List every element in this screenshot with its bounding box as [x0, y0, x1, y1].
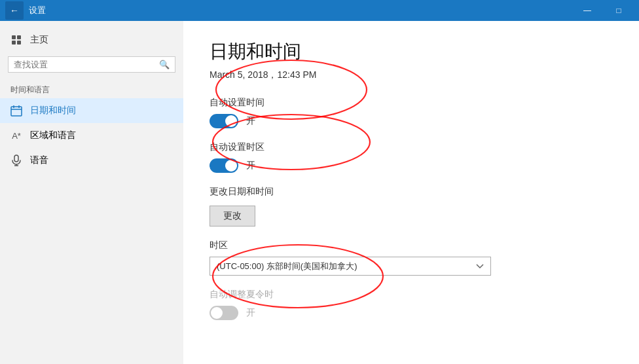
auto-time-label: 自动设置时间: [210, 97, 613, 109]
sidebar-item-region-label: 区域和语言: [30, 130, 76, 141]
main-layout: 主页 🔍 时间和语言 日期和时间 A* 区域和语言: [0, 21, 639, 364]
auto-time-toggle-knob: [225, 115, 237, 127]
auto-dst-toggle[interactable]: [210, 306, 238, 320]
datetime-icon: [10, 105, 22, 117]
change-datetime-label: 更改日期和时间: [210, 186, 613, 198]
window-controls: — □: [572, 0, 634, 21]
sidebar-item-speech[interactable]: 语音: [0, 148, 183, 173]
auto-time-group: 自动设置时间 开: [210, 97, 613, 128]
sidebar-item-speech-label: 语音: [30, 155, 48, 166]
auto-time-toggle[interactable]: [210, 114, 238, 128]
page-title: 日期和时间: [210, 39, 613, 64]
titlebar: ← 设置 — □: [0, 0, 639, 21]
auto-time-state: 开: [246, 115, 255, 127]
svg-rect-4: [11, 107, 22, 116]
sidebar-home[interactable]: 主页: [0, 27, 183, 52]
auto-dst-state: 开: [246, 307, 255, 319]
auto-timezone-state: 开: [246, 160, 255, 172]
content-area: 日期和时间 March 5, 2018，12:43 PM 自动设置时间 开 自动…: [183, 21, 639, 364]
auto-time-toggle-row: 开: [210, 114, 613, 128]
svg-rect-3: [17, 41, 21, 45]
search-icon: 🔍: [159, 60, 170, 69]
auto-timezone-toggle-knob: [225, 160, 237, 172]
home-icon: [10, 34, 22, 46]
minimize-button[interactable]: —: [572, 0, 602, 21]
datetime-display: March 5, 2018，12:43 PM: [210, 69, 613, 81]
search-box: 🔍: [8, 56, 175, 73]
sidebar: 主页 🔍 时间和语言 日期和时间 A* 区域和语言: [0, 21, 183, 364]
timezone-label: 时区: [210, 240, 613, 251]
svg-rect-0: [12, 35, 16, 39]
svg-rect-8: [14, 155, 18, 162]
back-button[interactable]: ←: [5, 1, 24, 20]
timezone-select[interactable]: (UTC-05:00) 东部时间(美国和加拿大) (UTC-08:00) 太平洋…: [210, 257, 491, 276]
speech-icon: [10, 155, 22, 166]
svg-rect-2: [12, 41, 16, 45]
region-icon: A*: [10, 130, 22, 141]
auto-timezone-toggle[interactable]: [210, 158, 238, 173]
auto-timezone-toggle-row: 开: [210, 158, 613, 173]
change-button[interactable]: 更改: [210, 206, 255, 227]
maximize-button[interactable]: □: [604, 0, 634, 21]
sidebar-item-region[interactable]: A* 区域和语言: [0, 123, 183, 148]
titlebar-title: 设置: [29, 5, 46, 16]
sidebar-item-datetime-label: 日期和时间: [30, 105, 76, 117]
auto-dst-toggle-knob: [211, 307, 223, 319]
sidebar-section-label: 时间和语言: [0, 77, 183, 98]
auto-timezone-group: 自动设置时区 开: [210, 141, 613, 173]
svg-rect-1: [17, 35, 21, 39]
timezone-group: 时区 (UTC-05:00) 东部时间(美国和加拿大) (UTC-08:00) …: [210, 240, 613, 276]
auto-dst-toggle-row: 开: [210, 306, 613, 320]
auto-timezone-label: 自动设置时区: [210, 141, 613, 153]
sidebar-item-datetime[interactable]: 日期和时间: [0, 98, 183, 123]
search-input[interactable]: [14, 60, 155, 69]
auto-dst-group: 自动调整夏令时 开: [210, 289, 613, 320]
change-datetime-group: 更改日期和时间 更改: [210, 186, 613, 227]
auto-dst-label: 自动调整夏令时: [210, 289, 613, 300]
home-label: 主页: [30, 34, 48, 46]
